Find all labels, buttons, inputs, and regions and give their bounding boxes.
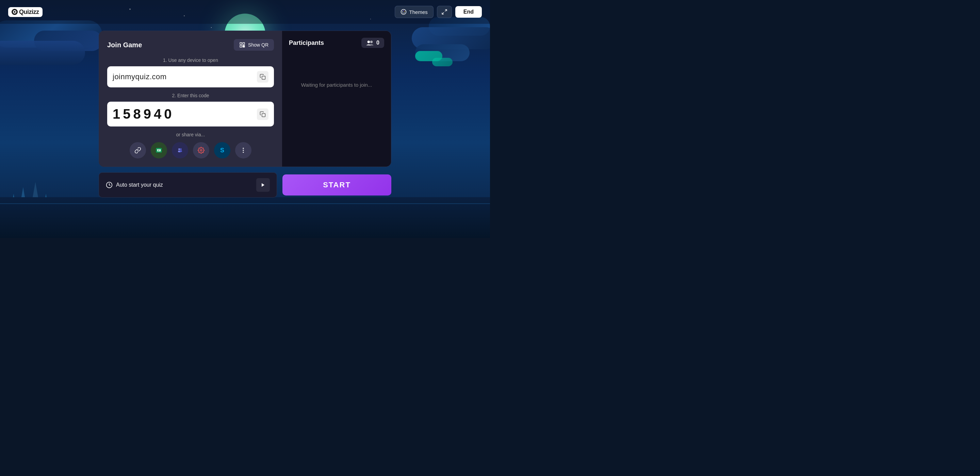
participants-header: Participants 0 — [289, 38, 384, 48]
clock-icon — [106, 182, 113, 188]
main-content: Join Game Show QR 1. Use any device to o… — [99, 30, 391, 198]
water-line — [0, 203, 490, 204]
svg-rect-14 — [244, 47, 245, 47]
code-section: 158940 — [107, 102, 274, 127]
show-qr-button[interactable]: Show QR — [234, 39, 274, 51]
copy-code-icon — [259, 111, 266, 117]
svg-line-7 — [442, 13, 444, 14]
participant-count: 0 — [376, 40, 379, 46]
share-skype-button[interactable]: S — [214, 142, 231, 159]
cloud — [0, 41, 85, 65]
play-icon-wrapper — [256, 178, 270, 192]
palette-icon — [401, 9, 407, 15]
play-icon — [261, 182, 266, 187]
join-title: Join Game — [107, 41, 142, 49]
share-settings-button[interactable] — [193, 142, 209, 159]
svg-rect-24 — [180, 150, 182, 152]
fullscreen-icon — [441, 9, 447, 15]
join-url: joinmyquiz.com — [113, 72, 167, 81]
svg-point-27 — [243, 149, 243, 151]
share-icons-row: S — [107, 142, 274, 159]
participants-title: Participants — [289, 40, 324, 47]
share-teams-button[interactable] — [172, 142, 188, 159]
auto-start-label-group: Auto start your quiz — [106, 182, 163, 188]
share-link-button[interactable] — [130, 142, 146, 159]
svg-point-22 — [178, 148, 180, 150]
svg-rect-11 — [243, 46, 243, 46]
end-button[interactable]: End — [455, 6, 482, 18]
share-more-button[interactable] — [235, 142, 251, 159]
svg-rect-8 — [240, 43, 242, 44]
settings-share-icon — [198, 147, 205, 154]
copy-icon — [259, 74, 266, 80]
star — [211, 27, 212, 28]
svg-rect-20 — [158, 150, 159, 151]
svg-point-21 — [180, 148, 182, 150]
qr-icon — [239, 42, 245, 48]
svg-marker-32 — [262, 183, 264, 187]
themes-label: Themes — [409, 9, 428, 15]
share-label: or share via... — [107, 132, 274, 137]
svg-point-3 — [402, 11, 402, 11]
step2-instruction: 2. Enter this code — [107, 93, 274, 98]
svg-point-25 — [200, 149, 202, 151]
panel-wrapper: Join Game Show QR 1. Use any device to o… — [99, 30, 391, 167]
logo-circle — [11, 9, 18, 15]
copy-url-button[interactable] — [257, 71, 269, 83]
svg-rect-13 — [243, 47, 243, 47]
bottom-controls: Auto start your quiz START — [99, 172, 391, 198]
svg-point-29 — [368, 41, 370, 43]
svg-rect-12 — [244, 46, 245, 46]
url-box: joinmyquiz.com — [107, 66, 274, 87]
join-panel: Join Game Show QR 1. Use any device to o… — [99, 31, 282, 167]
logo-icon — [13, 10, 17, 14]
waiting-text: Waiting for participants to join... — [289, 82, 384, 88]
svg-rect-16 — [262, 113, 266, 117]
svg-line-6 — [445, 10, 447, 11]
participants-panel: Participants 0 Waiting for participants … — [282, 31, 391, 167]
game-code: 158940 — [113, 106, 174, 122]
themes-button[interactable]: Themes — [395, 6, 434, 18]
svg-point-5 — [404, 11, 404, 11]
teams-icon — [177, 147, 183, 154]
join-header: Join Game Show QR — [107, 39, 274, 51]
svg-point-26 — [243, 148, 243, 149]
navbar-actions: Themes End — [395, 6, 482, 18]
svg-rect-19 — [158, 149, 160, 150]
more-icon — [240, 147, 247, 154]
participants-count-badge: 0 — [361, 38, 384, 48]
link-icon — [134, 147, 141, 154]
skype-letter: S — [220, 147, 224, 154]
svg-point-1 — [14, 11, 16, 13]
classroom-icon — [156, 147, 162, 154]
share-classroom-button[interactable] — [151, 142, 167, 159]
svg-point-4 — [403, 10, 404, 11]
step1-instruction: 1. Use any device to open — [107, 57, 274, 63]
participants-icon — [366, 40, 374, 46]
code-box: 158940 — [107, 102, 274, 127]
logo: Quizizz — [8, 7, 43, 17]
svg-point-30 — [370, 41, 372, 43]
svg-point-2 — [401, 10, 406, 14]
fullscreen-button[interactable] — [437, 6, 452, 18]
start-button[interactable]: START — [282, 175, 391, 195]
cloud-cyan — [432, 58, 453, 66]
show-qr-label: Show QR — [248, 42, 269, 48]
logo-text: Quizizz — [19, 8, 39, 16]
auto-start-label: Auto start your quiz — [116, 182, 163, 188]
svg-rect-15 — [262, 76, 266, 79]
auto-start-button[interactable]: Auto start your quiz — [99, 172, 277, 198]
svg-rect-10 — [240, 46, 242, 47]
copy-code-button[interactable] — [257, 108, 269, 120]
svg-rect-9 — [243, 43, 245, 44]
svg-point-28 — [243, 152, 243, 153]
navbar: Quizizz Themes End — [0, 0, 490, 24]
svg-rect-18 — [157, 149, 161, 152]
